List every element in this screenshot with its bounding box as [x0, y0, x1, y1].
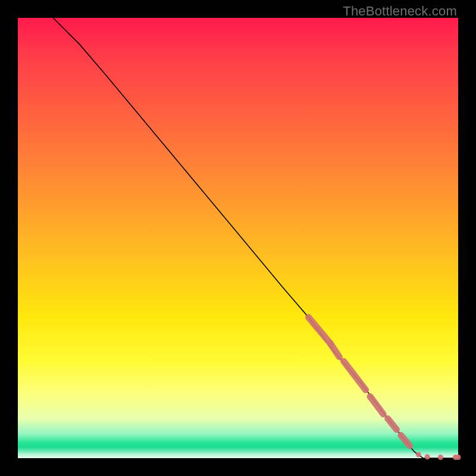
marker-dot — [425, 454, 430, 459]
marker-segment — [388, 418, 397, 430]
marker-dots — [416, 452, 461, 460]
marker-segment — [401, 436, 410, 446]
watermark-text: TheBottleneck.com — [343, 4, 457, 19]
marker-dot — [456, 455, 461, 460]
marker-segment — [308, 317, 330, 343]
marker-segment — [330, 344, 339, 357]
marker-segment — [344, 361, 366, 390]
chart-svg — [18, 18, 458, 458]
chart-frame: TheBottleneck.com — [0, 0, 476, 476]
marker-thick-segments — [308, 317, 409, 446]
main-curve — [53, 18, 458, 458]
plot-area — [18, 18, 458, 458]
marker-segment — [370, 396, 383, 414]
marker-dot — [438, 455, 443, 460]
marker-dot — [416, 452, 421, 458]
